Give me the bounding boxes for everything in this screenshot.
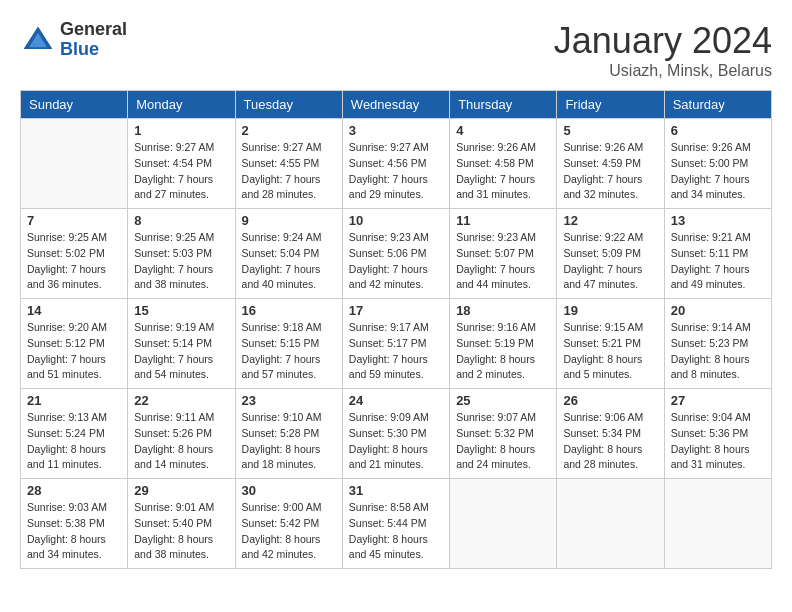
- calendar-week-row: 1Sunrise: 9:27 AMSunset: 4:54 PMDaylight…: [21, 119, 772, 209]
- day-number: 25: [456, 393, 550, 408]
- day-info: Sunrise: 9:16 AMSunset: 5:19 PMDaylight:…: [456, 320, 550, 383]
- day-number: 19: [563, 303, 657, 318]
- logo: General Blue: [20, 20, 127, 60]
- calendar-day-cell: 11Sunrise: 9:23 AMSunset: 5:07 PMDayligh…: [450, 209, 557, 299]
- day-number: 28: [27, 483, 121, 498]
- day-info: Sunrise: 9:04 AMSunset: 5:36 PMDaylight:…: [671, 410, 765, 473]
- calendar-day-cell: 7Sunrise: 9:25 AMSunset: 5:02 PMDaylight…: [21, 209, 128, 299]
- calendar-day-cell: 16Sunrise: 9:18 AMSunset: 5:15 PMDayligh…: [235, 299, 342, 389]
- day-info: Sunrise: 9:22 AMSunset: 5:09 PMDaylight:…: [563, 230, 657, 293]
- calendar-day-cell: 14Sunrise: 9:20 AMSunset: 5:12 PMDayligh…: [21, 299, 128, 389]
- day-number: 9: [242, 213, 336, 228]
- day-number: 7: [27, 213, 121, 228]
- day-of-week-header: Friday: [557, 91, 664, 119]
- day-number: 26: [563, 393, 657, 408]
- day-number: 16: [242, 303, 336, 318]
- day-of-week-header: Saturday: [664, 91, 771, 119]
- calendar-day-cell: 21Sunrise: 9:13 AMSunset: 5:24 PMDayligh…: [21, 389, 128, 479]
- day-number: 23: [242, 393, 336, 408]
- day-number: 2: [242, 123, 336, 138]
- day-number: 29: [134, 483, 228, 498]
- day-info: Sunrise: 9:19 AMSunset: 5:14 PMDaylight:…: [134, 320, 228, 383]
- day-number: 14: [27, 303, 121, 318]
- calendar-day-cell: 9Sunrise: 9:24 AMSunset: 5:04 PMDaylight…: [235, 209, 342, 299]
- day-info: Sunrise: 8:58 AMSunset: 5:44 PMDaylight:…: [349, 500, 443, 563]
- day-of-week-header: Monday: [128, 91, 235, 119]
- day-number: 13: [671, 213, 765, 228]
- calendar-day-cell: 4Sunrise: 9:26 AMSunset: 4:58 PMDaylight…: [450, 119, 557, 209]
- location-text: Usiazh, Minsk, Belarus: [554, 62, 772, 80]
- day-info: Sunrise: 9:27 AMSunset: 4:56 PMDaylight:…: [349, 140, 443, 203]
- day-info: Sunrise: 9:01 AMSunset: 5:40 PMDaylight:…: [134, 500, 228, 563]
- logo-text: General Blue: [60, 20, 127, 60]
- calendar-day-cell: [450, 479, 557, 569]
- day-of-week-header: Tuesday: [235, 91, 342, 119]
- calendar-day-cell: 2Sunrise: 9:27 AMSunset: 4:55 PMDaylight…: [235, 119, 342, 209]
- day-info: Sunrise: 9:13 AMSunset: 5:24 PMDaylight:…: [27, 410, 121, 473]
- day-number: 5: [563, 123, 657, 138]
- day-info: Sunrise: 9:10 AMSunset: 5:28 PMDaylight:…: [242, 410, 336, 473]
- calendar-week-row: 28Sunrise: 9:03 AMSunset: 5:38 PMDayligh…: [21, 479, 772, 569]
- title-area: January 2024 Usiazh, Minsk, Belarus: [554, 20, 772, 80]
- day-number: 27: [671, 393, 765, 408]
- day-info: Sunrise: 9:11 AMSunset: 5:26 PMDaylight:…: [134, 410, 228, 473]
- day-info: Sunrise: 9:25 AMSunset: 5:02 PMDaylight:…: [27, 230, 121, 293]
- day-info: Sunrise: 9:14 AMSunset: 5:23 PMDaylight:…: [671, 320, 765, 383]
- calendar-day-cell: 13Sunrise: 9:21 AMSunset: 5:11 PMDayligh…: [664, 209, 771, 299]
- calendar-day-cell: 1Sunrise: 9:27 AMSunset: 4:54 PMDaylight…: [128, 119, 235, 209]
- day-number: 21: [27, 393, 121, 408]
- day-info: Sunrise: 9:25 AMSunset: 5:03 PMDaylight:…: [134, 230, 228, 293]
- day-info: Sunrise: 9:24 AMSunset: 5:04 PMDaylight:…: [242, 230, 336, 293]
- day-info: Sunrise: 9:21 AMSunset: 5:11 PMDaylight:…: [671, 230, 765, 293]
- day-number: 18: [456, 303, 550, 318]
- calendar-header-row: SundayMondayTuesdayWednesdayThursdayFrid…: [21, 91, 772, 119]
- day-info: Sunrise: 9:20 AMSunset: 5:12 PMDaylight:…: [27, 320, 121, 383]
- day-number: 17: [349, 303, 443, 318]
- day-info: Sunrise: 9:27 AMSunset: 4:55 PMDaylight:…: [242, 140, 336, 203]
- calendar-day-cell: 28Sunrise: 9:03 AMSunset: 5:38 PMDayligh…: [21, 479, 128, 569]
- day-number: 6: [671, 123, 765, 138]
- calendar-day-cell: 15Sunrise: 9:19 AMSunset: 5:14 PMDayligh…: [128, 299, 235, 389]
- calendar-day-cell: 5Sunrise: 9:26 AMSunset: 4:59 PMDaylight…: [557, 119, 664, 209]
- calendar-day-cell: [21, 119, 128, 209]
- day-info: Sunrise: 9:17 AMSunset: 5:17 PMDaylight:…: [349, 320, 443, 383]
- day-of-week-header: Sunday: [21, 91, 128, 119]
- calendar-day-cell: 25Sunrise: 9:07 AMSunset: 5:32 PMDayligh…: [450, 389, 557, 479]
- day-number: 11: [456, 213, 550, 228]
- day-number: 24: [349, 393, 443, 408]
- day-info: Sunrise: 9:26 AMSunset: 5:00 PMDaylight:…: [671, 140, 765, 203]
- calendar-day-cell: 19Sunrise: 9:15 AMSunset: 5:21 PMDayligh…: [557, 299, 664, 389]
- calendar-day-cell: [664, 479, 771, 569]
- page-header: General Blue January 2024 Usiazh, Minsk,…: [20, 20, 772, 80]
- calendar-week-row: 14Sunrise: 9:20 AMSunset: 5:12 PMDayligh…: [21, 299, 772, 389]
- calendar-day-cell: 30Sunrise: 9:00 AMSunset: 5:42 PMDayligh…: [235, 479, 342, 569]
- calendar-day-cell: 24Sunrise: 9:09 AMSunset: 5:30 PMDayligh…: [342, 389, 449, 479]
- calendar-day-cell: 31Sunrise: 8:58 AMSunset: 5:44 PMDayligh…: [342, 479, 449, 569]
- calendar-day-cell: 26Sunrise: 9:06 AMSunset: 5:34 PMDayligh…: [557, 389, 664, 479]
- calendar-day-cell: 22Sunrise: 9:11 AMSunset: 5:26 PMDayligh…: [128, 389, 235, 479]
- day-number: 3: [349, 123, 443, 138]
- calendar-day-cell: 6Sunrise: 9:26 AMSunset: 5:00 PMDaylight…: [664, 119, 771, 209]
- day-number: 12: [563, 213, 657, 228]
- calendar-day-cell: 29Sunrise: 9:01 AMSunset: 5:40 PMDayligh…: [128, 479, 235, 569]
- calendar-day-cell: 23Sunrise: 9:10 AMSunset: 5:28 PMDayligh…: [235, 389, 342, 479]
- month-title: January 2024: [554, 20, 772, 62]
- day-number: 1: [134, 123, 228, 138]
- calendar-day-cell: [557, 479, 664, 569]
- day-info: Sunrise: 9:27 AMSunset: 4:54 PMDaylight:…: [134, 140, 228, 203]
- day-info: Sunrise: 9:26 AMSunset: 4:59 PMDaylight:…: [563, 140, 657, 203]
- day-number: 20: [671, 303, 765, 318]
- logo-blue-text: Blue: [60, 40, 127, 60]
- calendar-week-row: 21Sunrise: 9:13 AMSunset: 5:24 PMDayligh…: [21, 389, 772, 479]
- calendar-day-cell: 27Sunrise: 9:04 AMSunset: 5:36 PMDayligh…: [664, 389, 771, 479]
- calendar-day-cell: 8Sunrise: 9:25 AMSunset: 5:03 PMDaylight…: [128, 209, 235, 299]
- calendar-day-cell: 17Sunrise: 9:17 AMSunset: 5:17 PMDayligh…: [342, 299, 449, 389]
- day-info: Sunrise: 9:26 AMSunset: 4:58 PMDaylight:…: [456, 140, 550, 203]
- calendar-week-row: 7Sunrise: 9:25 AMSunset: 5:02 PMDaylight…: [21, 209, 772, 299]
- day-number: 8: [134, 213, 228, 228]
- day-number: 22: [134, 393, 228, 408]
- day-info: Sunrise: 9:00 AMSunset: 5:42 PMDaylight:…: [242, 500, 336, 563]
- day-info: Sunrise: 9:23 AMSunset: 5:07 PMDaylight:…: [456, 230, 550, 293]
- day-info: Sunrise: 9:15 AMSunset: 5:21 PMDaylight:…: [563, 320, 657, 383]
- calendar-day-cell: 3Sunrise: 9:27 AMSunset: 4:56 PMDaylight…: [342, 119, 449, 209]
